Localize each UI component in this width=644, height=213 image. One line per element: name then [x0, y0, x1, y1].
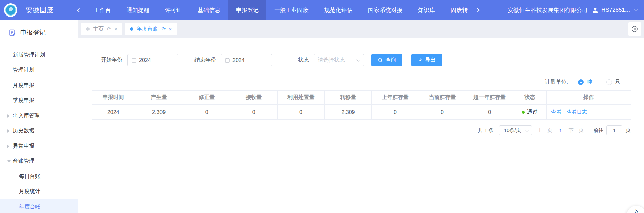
translate-icon: 文 — [633, 208, 640, 213]
column-header: 产生量 — [135, 91, 183, 105]
end-year-label: 结束年份 — [194, 57, 216, 64]
nav-menu: 工作台通知提醒许可证基础信息申报登记一般工业固废规范化评估国家系统对接知识库固废… — [86, 0, 475, 20]
sidebar-menu: 新版管理计划管理计划月度申报季度申报出入库管理历史数据异常申报台账管理每日台账月… — [0, 44, 78, 213]
app-title: 安徽固废 — [26, 6, 54, 15]
chevron-right-icon — [475, 8, 480, 12]
nav-item[interactable]: 许可证 — [157, 0, 190, 20]
page-size-value: 10条/页 — [504, 127, 521, 134]
page: 安徽固废 工作台通知提醒许可证基础信息申报登记一般工业固废规范化评估国家系统对接… — [0, 0, 644, 213]
nav-item-label: 通知提醒 — [127, 6, 149, 14]
caret-right-icon — [7, 114, 9, 118]
current-page[interactable]: 1 — [559, 128, 562, 133]
close-all-tabs-button[interactable] — [628, 22, 641, 36]
column-header: 当前贮存量 — [419, 91, 466, 105]
unit-radio[interactable]: 只 — [606, 79, 620, 86]
brand-zone: 安徽固废 — [0, 0, 72, 20]
nav-collapse-button[interactable] — [72, 0, 86, 20]
nav-item[interactable]: 基础信息 — [190, 0, 228, 20]
declaration-module-icon — [9, 29, 16, 36]
sidebar-item[interactable]: 月度申报 — [0, 78, 78, 93]
sidebar-item[interactable]: 年度台账 — [0, 199, 78, 213]
view-link[interactable]: 查看 — [551, 109, 562, 115]
sidebar-item[interactable]: 月度统计 — [0, 184, 78, 199]
tab-dot-icon — [130, 27, 133, 31]
sidebar-item[interactable]: 历史数据 — [0, 123, 78, 139]
view-log-link[interactable]: 查看日志 — [567, 109, 587, 115]
end-year-value[interactable] — [232, 57, 266, 63]
table-header-row: 申报时间产生量修正量接收量利用处置量转移量上年贮存量当前贮存量超一年贮存量状态操… — [92, 91, 631, 105]
sidebar-item[interactable]: 新版管理计划 — [0, 48, 78, 63]
sidebar-item[interactable]: 每日台账 — [0, 169, 78, 184]
unit-radio-label: 只 — [615, 79, 620, 86]
caret-right-icon — [7, 145, 9, 148]
translate-button[interactable]: 文 — [627, 206, 644, 213]
user-menu-chevron-icon[interactable] — [634, 8, 638, 11]
sidebar-item[interactable]: 台账管理 — [0, 154, 78, 169]
search-icon — [378, 58, 383, 63]
sidebar-item[interactable]: 出入库管理 — [0, 108, 78, 123]
start-year-input[interactable] — [127, 54, 178, 66]
column-header: 超一年贮存量 — [466, 91, 513, 105]
table-row: 20242.3090002.309000通过查看查看日志 — [92, 105, 631, 120]
nav-scroll-right-button[interactable] — [475, 0, 482, 20]
refresh-icon[interactable]: ⟳ — [162, 26, 166, 32]
status-dot-icon — [522, 111, 525, 114]
close-icon[interactable]: × — [114, 26, 118, 32]
navbar-right: 安徽恒生科技发展集团有限公司 HS72851... — [508, 0, 644, 20]
nav-item[interactable]: 一般工业固废 — [266, 0, 316, 20]
nav-item-label: 基础信息 — [198, 6, 220, 14]
next-page-button[interactable]: 下一页 — [569, 127, 584, 134]
goto-suffix: 页 — [625, 127, 631, 134]
nav-item[interactable]: 申报登记 — [228, 0, 266, 20]
tab-bar: 主页⟳×年度台账⟳× — [78, 20, 644, 38]
goto-page-input[interactable] — [606, 125, 622, 135]
column-header: 上年贮存量 — [371, 91, 419, 105]
sidebar-item-label: 年度台账 — [19, 203, 40, 210]
sidebar-item-label: 新版管理计划 — [13, 52, 45, 59]
search-button[interactable]: 查询 — [371, 54, 402, 66]
pagination-total: 共 1 条 — [478, 127, 494, 134]
top-navbar: 安徽固废 工作台通知提醒许可证基础信息申报登记一般工业固废规范化评估国家系统对接… — [0, 0, 644, 20]
start-year-value[interactable] — [139, 57, 173, 63]
nav-item[interactable]: 知识库 — [410, 0, 443, 20]
unit-row: 计量单位: 吨只 — [78, 79, 620, 86]
nav-item[interactable]: 通知提醒 — [119, 0, 157, 20]
sidebar-item-label: 历史数据 — [13, 127, 34, 134]
sidebar-item[interactable]: 异常申报 — [0, 139, 78, 154]
status-label: 状态 — [298, 57, 309, 64]
start-year-label: 开始年份 — [101, 57, 122, 64]
tab[interactable]: 年度台账⟳× — [125, 23, 177, 35]
status-cell: 通过 — [513, 105, 546, 120]
nav-item[interactable]: 固废转 — [443, 0, 475, 20]
sidebar-title: 申报登记 — [20, 28, 46, 37]
sidebar-item-label: 月度申报 — [13, 82, 34, 89]
sidebar-item[interactable]: 管理计划 — [0, 63, 78, 78]
emblem-icon — [5, 5, 16, 16]
column-header: 状态 — [513, 91, 546, 105]
chevron-left-icon — [77, 8, 81, 12]
nav-item[interactable]: 工作台 — [86, 0, 119, 20]
username[interactable]: HS72851... — [601, 7, 630, 13]
app-logo-icon — [4, 3, 17, 17]
unit-label: 计量单位: — [545, 79, 568, 86]
sidebar-item[interactable]: 季度申报 — [0, 93, 78, 108]
page-size-select[interactable]: 10条/页 — [499, 125, 532, 135]
pagination: 共 1 条 10条/页 上一页 1 下一页 前往 页 — [78, 125, 631, 135]
refresh-icon[interactable]: ⟳ — [107, 26, 111, 32]
nav-item-label: 工作台 — [94, 6, 111, 14]
column-header: 修正量 — [183, 91, 230, 105]
table-cell: 2.309 — [135, 105, 183, 120]
sidebar-item-label: 季度申报 — [13, 97, 34, 104]
nav-item[interactable]: 国家系统对接 — [360, 0, 410, 20]
unit-radio[interactable]: 吨 — [578, 79, 592, 86]
nav-item[interactable]: 规范化评估 — [316, 0, 360, 20]
nav-item-label: 知识库 — [418, 6, 435, 14]
close-icon[interactable]: × — [169, 26, 172, 32]
prev-page-button[interactable]: 上一页 — [537, 127, 552, 134]
goto-label: 前往 — [593, 127, 603, 134]
end-year-input[interactable] — [221, 54, 272, 66]
tab[interactable]: 主页⟳× — [81, 23, 122, 35]
status-select[interactable]: 请选择状态 — [314, 54, 364, 66]
actions-cell: 查看查看日志 — [546, 105, 631, 120]
export-button[interactable]: 导出 — [411, 54, 442, 66]
